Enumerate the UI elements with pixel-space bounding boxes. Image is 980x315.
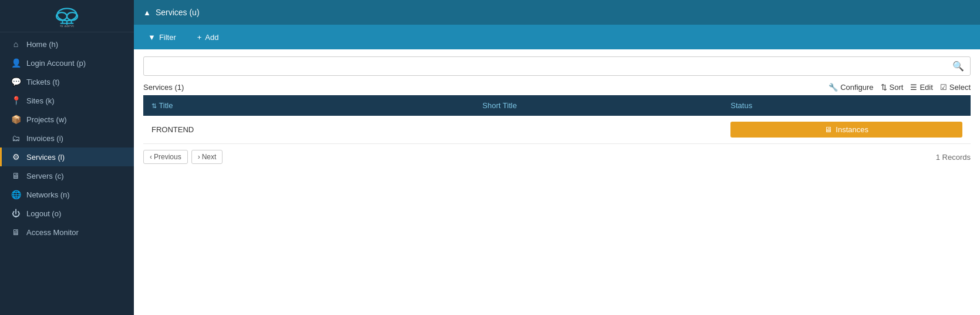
pagination-buttons: ‹ Previous › Next: [143, 150, 223, 164]
services-icon: ⚙: [11, 152, 21, 162]
col-status[interactable]: Status: [722, 95, 971, 116]
sidebar-item-networks[interactable]: 🌐 Networks (n): [0, 185, 134, 204]
sort-title-icon: ⇅: [151, 102, 157, 109]
chevron-left-icon: ‹: [150, 153, 152, 161]
sort-icon: ⇅: [881, 83, 887, 92]
topbar: ▲ Services (u): [134, 0, 980, 25]
svg-text:SLAPOS: SLAPOS: [60, 25, 74, 27]
search-input[interactable]: [144, 58, 947, 74]
networks-icon: 🌐: [11, 190, 21, 199]
instances-button[interactable]: 🖥 Instances: [730, 122, 962, 138]
col-short-title[interactable]: Short Title: [474, 95, 723, 116]
topbar-title: Services (u): [156, 8, 200, 17]
sidebar-item-sites[interactable]: 📍 Sites (k): [0, 91, 134, 110]
home-icon: ⌂: [11, 39, 21, 49]
sidebar-item-sites-label: Sites (k): [26, 96, 55, 105]
table-count: Services (1): [143, 83, 184, 92]
main-area: ▲ Services (u) ▼ Filter + Add 🔍 Services…: [134, 0, 980, 315]
chevron-right-icon: ›: [198, 153, 200, 161]
sidebar-item-projects-label: Projects (w): [26, 115, 67, 124]
logout-icon: ⏻: [11, 209, 21, 218]
previous-button[interactable]: ‹ Previous: [143, 150, 188, 164]
configure-button[interactable]: 🔧 Configure: [829, 83, 873, 92]
logo-icon: SLAPOS: [49, 5, 85, 27]
cell-short-title: [474, 116, 723, 144]
sidebar-item-home[interactable]: ⌂ Home (h): [0, 35, 134, 53]
sidebar-item-servers[interactable]: 🖥 Servers (c): [0, 166, 134, 185]
sidebar-item-networks-label: Networks (n): [26, 190, 70, 199]
sidebar-item-tickets-label: Tickets (t): [26, 78, 60, 86]
monitor-icon: 🖥: [11, 227, 21, 237]
cell-status: 🖥 Instances: [722, 116, 971, 144]
user-icon: 👤: [11, 58, 21, 68]
edit-button[interactable]: ☰ Edit: [910, 83, 932, 92]
sidebar-item-login-account[interactable]: 👤 Login Account (p): [0, 53, 134, 72]
search-button[interactable]: 🔍: [947, 57, 970, 75]
next-button[interactable]: › Next: [191, 150, 223, 164]
add-button[interactable]: + Add: [193, 31, 224, 44]
topbar-up-icon: ▲: [143, 8, 151, 17]
table-header-row: ⇅ Title Short Title Status: [143, 95, 971, 116]
sidebar-item-logout-label: Logout (o): [26, 209, 61, 218]
sidebar-item-services[interactable]: ⚙ Services (l): [0, 148, 134, 166]
records-count: 1 Records: [936, 153, 971, 162]
filter-icon: ▼: [148, 33, 156, 42]
search-bar: 🔍: [143, 56, 971, 76]
location-icon: 📍: [11, 96, 21, 105]
sidebar-nav: ⌂ Home (h) 👤 Login Account (p) 💬 Tickets…: [0, 32, 134, 315]
chat-icon: 💬: [11, 77, 21, 86]
select-icon: ☑: [940, 83, 947, 92]
select-button[interactable]: ☑ Select: [940, 83, 971, 92]
content-area: 🔍 Services (1) 🔧 Configure ⇅ Sort ☰ Edit: [134, 49, 980, 315]
toolbar: ▼ Filter + Add: [134, 25, 980, 49]
sidebar-item-tickets[interactable]: 💬 Tickets (t): [0, 72, 134, 91]
instances-monitor-icon: 🖥: [824, 125, 832, 134]
add-icon: +: [197, 33, 202, 42]
logo: SLAPOS: [0, 0, 134, 32]
sidebar-item-login-account-label: Login Account (p): [26, 59, 86, 68]
sidebar-item-servers-label: Servers (c): [26, 172, 64, 180]
sidebar-item-projects[interactable]: 📦 Projects (w): [0, 110, 134, 129]
sort-button[interactable]: ⇅ Sort: [881, 83, 904, 92]
servers-icon: 🖥: [11, 171, 21, 180]
edit-icon: ☰: [910, 83, 917, 92]
table-actions: 🔧 Configure ⇅ Sort ☰ Edit ☑ Select: [829, 83, 971, 92]
table-meta: Services (1) 🔧 Configure ⇅ Sort ☰ Edit ☑…: [143, 83, 971, 92]
sidebar-item-invoices-label: Invoices (i): [26, 134, 63, 143]
sidebar-item-services-label: Services (l): [26, 153, 65, 162]
invoices-icon: 🗂: [11, 133, 21, 143]
configure-icon: 🔧: [829, 83, 838, 92]
sidebar-item-logout[interactable]: ⏻ Logout (o): [0, 204, 134, 223]
table-row: FRONTEND 🖥 Instances: [143, 116, 971, 144]
filter-button[interactable]: ▼ Filter: [143, 31, 181, 44]
projects-icon: 📦: [11, 115, 21, 124]
col-title[interactable]: ⇅ Title: [143, 95, 474, 116]
sidebar-item-access-monitor-label: Access Monitor: [26, 228, 79, 237]
pagination: ‹ Previous › Next 1 Records: [143, 150, 971, 164]
sidebar: SLAPOS ⌂ Home (h) 👤 Login Account (p) 💬 …: [0, 0, 134, 315]
sidebar-item-invoices[interactable]: 🗂 Invoices (i): [0, 129, 134, 148]
cell-title: FRONTEND: [143, 116, 474, 144]
sidebar-item-access-monitor[interactable]: 🖥 Access Monitor: [0, 223, 134, 242]
sidebar-item-home-label: Home (h): [26, 40, 58, 49]
data-table: ⇅ Title Short Title Status FRONTEND: [143, 95, 971, 144]
